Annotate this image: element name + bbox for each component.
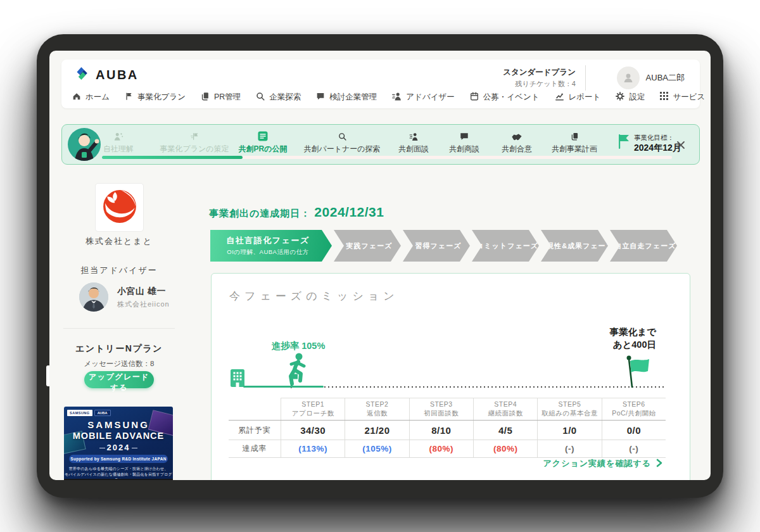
kpi-table: STEP1アプローチ数 STEP2返信数 STEP3初回面談数 STEP4継続面…: [229, 398, 666, 458]
action-results-link[interactable]: アクション実績を確認する: [543, 458, 663, 469]
promo-banner-samsung[interactable]: SAMSUNG AUBA SAMSUNG MOBILE ADVANCE 2024…: [64, 407, 173, 480]
plan-label: スタンダードプラン: [503, 66, 576, 79]
company-logo-card[interactable]: [95, 183, 144, 232]
phase-6: 自立自走フェーズ: [610, 230, 677, 262]
days-to-goal-line1: 事業化まで: [560, 326, 656, 338]
phase-3: 習得フェーズ: [403, 230, 470, 262]
journey-progress-track: [102, 156, 672, 159]
kpi-rate-step6: (-): [602, 440, 666, 457]
kpi-actual-step2: 21/20: [345, 421, 408, 440]
chart-icon: [554, 91, 565, 103]
kpi-actual-step4: 4/5: [473, 421, 537, 440]
current-plan-name: エントリーNプラン: [63, 343, 175, 355]
phase-4: コミットフェーズ: [472, 230, 539, 262]
progress-line-remaining: [324, 386, 665, 388]
kpi-row-rates: 達成率 (113%) (105%) (80%) (80%) (-) (-): [229, 440, 666, 458]
tickets-remaining: 残りチケット数：4: [503, 79, 576, 89]
kpi-actual-step5: 1/0: [537, 421, 601, 440]
header-divider: [585, 65, 586, 91]
kpi-actual-step1: 34/30: [281, 421, 345, 440]
user-name: AUBA二郎: [646, 72, 685, 84]
banner-description-1: 世界中のあらゆる最先端のシーズ・技術と掛け合わせ、: [64, 466, 173, 472]
app-window: AUBA スタンダードプラン 残りチケット数：4 AUBA二郎 ホー: [49, 51, 711, 480]
documents-icon: [524, 130, 625, 141]
kpi-header-step2: STEP2返信数: [345, 398, 408, 420]
banner-badges: SAMSUNG AUBA: [67, 410, 111, 416]
advisor-text: 小宮山 雄一 株式会社eiicon: [117, 286, 170, 309]
phase-current: 自社言語化フェーズ OIの理解、AUBA活用の仕方: [210, 230, 332, 262]
sidebar-divider: [63, 328, 175, 329]
brand[interactable]: AUBA: [73, 65, 139, 85]
kpi-rate-step1: (113%): [281, 440, 345, 457]
kpi-rate-step5: (-): [537, 440, 601, 457]
nav-settings[interactable]: 設定: [615, 91, 645, 103]
advisor-avatar: [79, 282, 108, 312]
auba-logo-icon: [73, 65, 91, 85]
deadline-heading: 事業創出の達成期日：2024/12/31: [209, 205, 384, 220]
nav-events[interactable]: 公募・イベント: [469, 91, 540, 103]
days-to-goal: 事業化まで あと400日: [560, 326, 656, 351]
kpi-actual-step3: 8/10: [409, 421, 473, 440]
search-icon: [255, 91, 265, 103]
documents-icon: [200, 91, 210, 103]
mission-card: 今フェーズのミッション 進捗率 105%: [211, 273, 690, 480]
nav-company-search[interactable]: 企業探索: [255, 91, 301, 103]
nav-advisor[interactable]: アドバイザー: [391, 91, 454, 103]
user-menu[interactable]: AUBA二郎: [617, 66, 685, 89]
company-name: 株式会社とまと: [63, 236, 175, 247]
goal-label: 事業化目標：: [634, 133, 681, 142]
nav-pr-management[interactable]: PR管理: [200, 91, 241, 103]
chevron-right-icon: [656, 459, 663, 469]
advisor-icon: [391, 91, 402, 103]
phase-2: 実践フェーズ: [334, 230, 401, 262]
kpi-rate-step2: (105%): [345, 440, 408, 457]
kpi-header-step3: STEP3初回面談数: [409, 398, 473, 420]
kpi-row-actuals-label: 累計予実: [229, 421, 281, 440]
banner-badge-samsung: SAMSUNG: [67, 410, 92, 416]
journey-step-business-plan[interactable]: 共創事業計画: [524, 130, 625, 155]
finish-flag-icon: [621, 353, 656, 391]
tomato-logo-icon: [101, 188, 138, 227]
days-to-goal-line2: あと400日: [560, 338, 656, 351]
advisor-profile[interactable]: 小宮山 雄一 株式会社eiicon: [79, 282, 170, 312]
flag-icon: [124, 91, 134, 103]
device-frame: AUBA スタンダードプラン 残りチケット数：4 AUBA二郎 ホー: [37, 34, 723, 498]
kpi-header-empty: [229, 398, 281, 420]
goal-text: 事業化目標： 2024年12月: [634, 133, 681, 154]
kpi-row-actuals: 累計予実 34/30 21/20 8/10 4/5 1/0 0/0: [229, 421, 666, 440]
home-icon: [72, 91, 82, 103]
phase-5: 再現性&成果フェーズ: [541, 230, 608, 262]
phase-stepper: 自社言語化フェーズ OIの理解、AUBA活用の仕方 実践フェーズ 習得フェーズ …: [210, 230, 677, 262]
advisor-heading: 担当アドバイザー: [63, 265, 175, 276]
goal-flag-icon: [617, 133, 631, 152]
banner-footer-band: [64, 479, 173, 480]
nav-home[interactable]: ホーム: [72, 91, 110, 103]
runner-icon: [280, 351, 313, 390]
top-header: AUBA スタンダードプラン 残りチケット数：4 AUBA二郎 ホー: [61, 60, 700, 108]
kpi-header-step1: STEP1アプローチ数: [281, 398, 345, 420]
goal-value: 2024年12月: [634, 142, 681, 154]
journey-banner: 自社理解 事業化プランの策定 共創PRの公開 共創パートナーの探索 共創面談: [61, 124, 700, 165]
chat-icon: [315, 91, 326, 103]
main-nav: ホーム 事業化プラン PR管理 企業探索: [72, 89, 687, 105]
kpi-rate-step3: (80%): [409, 440, 473, 457]
kpi-actual-step6: 0/0: [602, 421, 666, 440]
close-icon[interactable]: [676, 140, 686, 150]
brand-wordmark: AUBA: [96, 68, 139, 82]
banner-title-2: MOBILE ADVANCE: [64, 431, 173, 441]
upgrade-button[interactable]: アップグレードする: [84, 371, 154, 388]
deadline-label: 事業創出の達成期日：: [209, 208, 310, 218]
advisor-company: 株式会社eiicon: [117, 300, 170, 309]
nav-company-review[interactable]: 検討企業管理: [315, 91, 377, 103]
banner-title-1: SAMSUNG: [64, 419, 173, 430]
deadline-value: 2024/12/31: [314, 205, 384, 219]
kpi-header-step6: STEP6PoC/共創開始: [602, 398, 666, 420]
advisor-name: 小宮山 雄一: [117, 286, 170, 297]
nav-services[interactable]: サービス: [659, 91, 705, 103]
kpi-rate-step4: (80%): [473, 440, 537, 457]
user-avatar: [617, 66, 640, 89]
nav-report[interactable]: レポート: [554, 91, 601, 103]
kpi-row-rates-label: 達成率: [229, 440, 281, 457]
progress-line-done: [243, 386, 324, 388]
nav-business-plan[interactable]: 事業化プラン: [124, 91, 186, 103]
